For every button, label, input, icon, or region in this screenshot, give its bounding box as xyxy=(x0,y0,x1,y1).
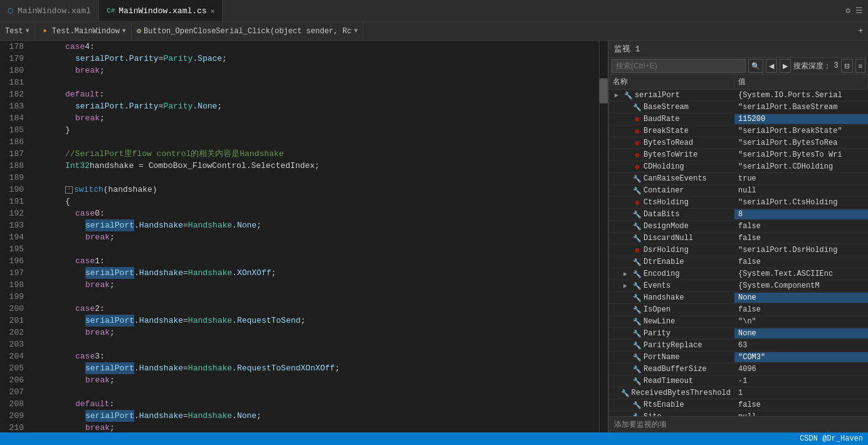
code-line-195[interactable] xyxy=(33,243,599,255)
code-line-197[interactable]: serialPort.Handshake = Handshake.XOnXOff… xyxy=(33,267,599,279)
watch-cell-value-8: null xyxy=(734,186,868,196)
code-line-182[interactable]: default: xyxy=(33,88,599,100)
expand-arrow-0[interactable]: ▶ xyxy=(615,92,622,99)
code-line-203[interactable] xyxy=(33,338,599,350)
code-line-205[interactable]: serialPort.Handshake = Handshake.Request… xyxy=(33,362,599,374)
watch-more-btn[interactable]: ≡ xyxy=(855,59,865,73)
expand-arrow-15[interactable]: ▶ xyxy=(623,270,631,278)
tab-icon-xaml: ⬡ xyxy=(8,7,14,15)
watch-row-7[interactable]: 🔧CanRaiseEventstrue xyxy=(609,173,868,185)
code-line-193[interactable]: serialPort.Handshake = Handshake.None; xyxy=(33,219,599,231)
watch-footer[interactable]: 添加要监视的项 xyxy=(609,416,868,432)
code-line-186[interactable] xyxy=(33,136,599,148)
watch-back-btn[interactable]: ◀ xyxy=(766,59,777,73)
watch-row-11[interactable]: 🔧DesignModefalse xyxy=(609,221,868,233)
watch-cell-value-15: {System.Text.ASCIIEnc xyxy=(734,269,868,279)
watch-row-16[interactable]: ▶🔧Events{System.ComponentM xyxy=(609,280,868,292)
code-line-184[interactable]: break; xyxy=(33,112,599,124)
code-line-202[interactable]: break; xyxy=(33,327,599,338)
code-line-187[interactable]: //SerialPort里flow control的相关内容是Handshake xyxy=(33,148,599,160)
method-label: Button_OpenCloseSerial_Click(object send… xyxy=(144,27,351,36)
watch-table[interactable]: ▶🔧serialPort{System.IO.Ports.Serial🔧Base… xyxy=(609,90,868,416)
expand-arrow-16[interactable]: ▶ xyxy=(623,282,631,290)
watch-row-9[interactable]: ⊗CtsHolding"serialPort.CtsHolding xyxy=(609,197,868,209)
watch-row-8[interactable]: 🔧Containernull xyxy=(609,185,868,197)
line-number-181: 181 xyxy=(0,76,28,88)
watch-row-14[interactable]: 🔧DtrEnablefalse xyxy=(609,256,868,268)
watch-row-0[interactable]: ▶🔧serialPort{System.IO.Ports.Serial xyxy=(609,90,868,102)
code-line-191[interactable]: { xyxy=(33,196,599,207)
watch-search-input[interactable] xyxy=(611,59,746,73)
watch-row-13[interactable]: ⊗DsrHolding"serialPort.DsrHolding xyxy=(609,244,868,256)
code-line-189[interactable] xyxy=(33,172,599,184)
watch-row-21[interactable]: 🔧ParityReplace63 xyxy=(609,340,868,352)
watch-row-24[interactable]: 🔧ReadTimeout-1 xyxy=(609,375,868,387)
watch-cell-value-9: "serialPort.CtsHolding xyxy=(734,197,868,207)
watch-row-20[interactable]: 🔧ParityNone xyxy=(609,328,868,340)
watch-search-btn[interactable]: 🔍 xyxy=(748,59,763,73)
line-number-193: 193 xyxy=(0,219,28,231)
toolbar2-add[interactable]: + xyxy=(854,27,868,36)
code-line-188[interactable]: Int32 handshake = ComboBox_FlowControl.S… xyxy=(33,160,599,172)
watch-forward-btn[interactable]: ▶ xyxy=(780,59,791,73)
code-line-199[interactable] xyxy=(33,291,599,303)
watch-row-10[interactable]: 🔧DataBits8 xyxy=(609,209,868,221)
tab-mainwindow-cs[interactable]: C# MainWindow.xaml.cs ✕ xyxy=(99,0,223,21)
code-line-207[interactable] xyxy=(33,386,599,398)
code-line-201[interactable]: serialPort.Handshake = Handshake.Request… xyxy=(33,315,599,327)
watch-row-22[interactable]: 🔧PortName"COM3" xyxy=(609,352,868,364)
watch-row-5[interactable]: ⊗BytesToWrite"serialPort.BytesTo Wri xyxy=(609,149,868,161)
code-line-185[interactable]: } xyxy=(33,124,599,136)
watch-icon-18: 🔧 xyxy=(633,305,642,314)
app-container: ⬡ MainWindow.xaml C# MainWindow.xaml.cs … xyxy=(0,0,868,445)
code-line-206[interactable]: break; xyxy=(33,374,599,386)
watch-row-19[interactable]: 🔧NewLine"\n" xyxy=(609,316,868,328)
watch-row-3[interactable]: ⊗BreakState"serialPort.BreakState" xyxy=(609,125,868,137)
code-line-192[interactable]: case 0: xyxy=(33,207,599,219)
tab-mainwindow-xaml[interactable]: ⬡ MainWindow.xaml xyxy=(0,0,99,21)
watch-row-17[interactable]: 🔧HandshakeNone xyxy=(609,292,868,304)
watch-row-27[interactable]: 🔧Sitenull xyxy=(609,411,868,416)
watch-row-2[interactable]: ⊗BaudRate115200 xyxy=(609,113,868,125)
code-line-178[interactable]: case 4: xyxy=(33,41,599,53)
watch-cell-value-1: "serialPort.BaseStream xyxy=(734,102,868,112)
watch-row-6[interactable]: ⊗CDHolding"serialPort.CDHolding xyxy=(609,161,868,173)
code-line-209[interactable]: serialPort.Handshake = Handshake.None; xyxy=(33,410,599,422)
watch-icon-6: ⊗ xyxy=(633,162,642,171)
watch-row-15[interactable]: ▶🔧Encoding{System.Text.ASCIIEnc xyxy=(609,268,868,280)
watch-row-12[interactable]: 🔧DiscardNullfalse xyxy=(609,233,868,244)
line-number-189: 189 xyxy=(0,172,28,184)
collapse-btn-190[interactable]: − xyxy=(65,186,73,194)
code-line-179[interactable]: serialPort.Parity = Parity.Space; xyxy=(33,53,599,65)
code-line-198[interactable]: break; xyxy=(33,279,599,291)
code-lines[interactable]: case 4:serialPort.Parity = Parity.Space;… xyxy=(33,41,599,432)
watch-row-1[interactable]: 🔧BaseStream"serialPort.BaseStream xyxy=(609,102,868,113)
toolbar2-project[interactable]: Test ▼ xyxy=(0,22,35,40)
menu-icon[interactable]: ☰ xyxy=(855,6,863,16)
watch-icon-24: 🔧 xyxy=(633,377,642,385)
code-line-204[interactable]: case 3: xyxy=(33,350,599,362)
watch-row-26[interactable]: 🔧RtsEnablefalse xyxy=(609,399,868,411)
code-line-210[interactable]: break; xyxy=(33,422,599,432)
watch-row-4[interactable]: ⊗BytesToRead"serialPort.BytesToRea xyxy=(609,137,868,149)
line-number-196: 196 xyxy=(0,255,28,267)
tab-close-cs[interactable]: ✕ xyxy=(211,7,215,15)
code-line-194[interactable]: break; xyxy=(33,231,599,243)
line-number-206: 206 xyxy=(0,374,28,386)
settings-icon[interactable]: ⚙ xyxy=(845,6,850,16)
watch-row-18[interactable]: 🔧IsOpenfalse xyxy=(609,304,868,316)
watch-row-25[interactable]: 🔧ReceivedBytesThreshold1 xyxy=(609,387,868,399)
code-line-181[interactable] xyxy=(33,76,599,88)
code-line-200[interactable]: case 2: xyxy=(33,303,599,315)
code-line-190[interactable]: −switch (handshake) xyxy=(33,184,599,196)
code-line-180[interactable]: break; xyxy=(33,65,599,76)
toolbar2-class[interactable]: 🔸 Test.MainWindow ▼ xyxy=(35,22,132,40)
vertical-scrollbar[interactable] xyxy=(599,41,608,432)
toolbar2-method[interactable]: ⚙ Button_OpenCloseSerial_Click(object se… xyxy=(132,22,364,40)
code-line-196[interactable]: case 1: xyxy=(33,255,599,267)
code-line-208[interactable]: default: xyxy=(33,398,599,410)
watch-filter-btn[interactable]: ⊟ xyxy=(841,59,853,73)
watch-row-23[interactable]: 🔧ReadBufferSize4096 xyxy=(609,364,868,375)
watch-cell-value-4: "serialPort.BytesToRea xyxy=(734,138,868,148)
code-line-183[interactable]: serialPort.Parity = Parity.None; xyxy=(33,100,599,112)
